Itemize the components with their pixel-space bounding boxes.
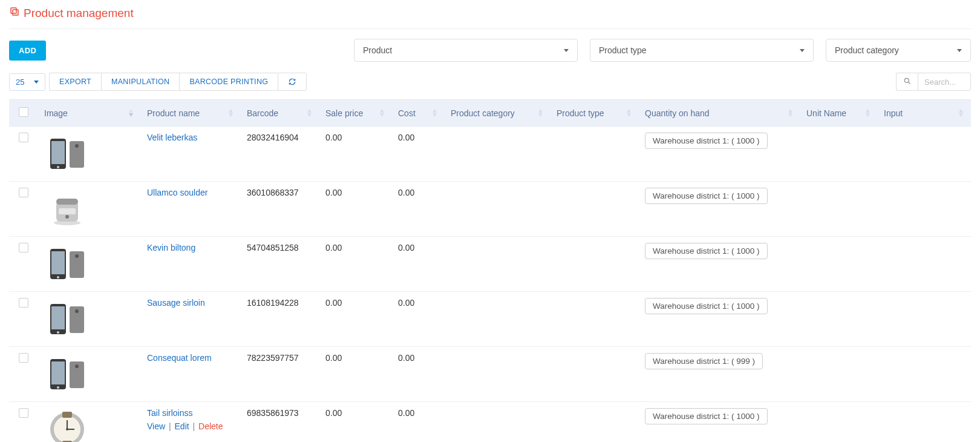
cell-type bbox=[550, 182, 639, 237]
page-size-value: 25 bbox=[16, 78, 24, 87]
table-row: Velit leberkas 28032416904 0.00 0.00 War… bbox=[9, 127, 971, 182]
product-image[interactable] bbox=[44, 243, 90, 285]
barcode-printing-button[interactable]: BARCODE PRINTING bbox=[179, 73, 278, 91]
row-checkbox[interactable] bbox=[19, 298, 28, 308]
action-button-group: EXPORT MANIPULATION BARCODE PRINTING bbox=[49, 73, 307, 91]
filter-product-label: Product bbox=[363, 45, 392, 55]
cell-cost: 0.00 bbox=[392, 182, 445, 237]
caret-down-icon bbox=[34, 81, 39, 84]
cell-barcode: 28032416904 bbox=[241, 127, 319, 182]
col-sale-price[interactable]: Sale price bbox=[319, 100, 392, 127]
search-wrap bbox=[896, 73, 971, 91]
cell-unit bbox=[800, 182, 878, 237]
filter-type-label: Product type bbox=[599, 45, 647, 55]
cell-type bbox=[550, 237, 639, 292]
col-category[interactable]: Product category bbox=[445, 100, 550, 127]
cell-unit bbox=[800, 292, 878, 347]
row-actions: View | Edit | Delete bbox=[147, 421, 235, 431]
product-name-link[interactable]: Tail sirloinss bbox=[147, 408, 192, 418]
qty-badge[interactable]: Warehouse district 1: ( 1000 ) bbox=[645, 133, 768, 149]
product-name-link[interactable]: Kevin biltong bbox=[147, 243, 195, 252]
cell-type bbox=[550, 402, 639, 443]
cell-barcode: 54704851258 bbox=[241, 237, 319, 292]
row-checkbox[interactable] bbox=[19, 243, 28, 252]
refresh-button[interactable] bbox=[278, 73, 307, 91]
product-image[interactable] bbox=[44, 133, 90, 175]
cell-barcode: 16108194228 bbox=[241, 292, 319, 347]
row-checkbox[interactable] bbox=[19, 408, 28, 418]
product-name-link[interactable]: Consequat lorem bbox=[147, 353, 212, 363]
cell-category bbox=[445, 292, 550, 347]
sort-icon bbox=[380, 109, 386, 117]
product-image[interactable] bbox=[44, 353, 90, 395]
cell-cost: 0.00 bbox=[392, 292, 445, 347]
search-input[interactable] bbox=[918, 73, 971, 91]
svg-line-20 bbox=[908, 82, 910, 84]
table-row: Ullamco soulder 36010868337 0.00 0.00 Wa… bbox=[9, 182, 971, 237]
product-image[interactable] bbox=[44, 188, 90, 230]
caret-down-icon bbox=[957, 49, 962, 52]
cell-cost: 0.00 bbox=[392, 347, 445, 402]
row-view-link[interactable]: View bbox=[147, 421, 165, 431]
product-image[interactable] bbox=[44, 298, 90, 340]
cell-category bbox=[445, 182, 550, 237]
col-type[interactable]: Product type bbox=[550, 100, 639, 127]
svg-rect-18 bbox=[11, 8, 16, 13]
cell-cost: 0.00 bbox=[392, 402, 445, 443]
col-price-label: Sale price bbox=[325, 108, 363, 118]
col-select-all bbox=[9, 100, 38, 127]
qty-badge[interactable]: Warehouse district 1: ( 1000 ) bbox=[645, 298, 768, 314]
page-size-select[interactable]: 25 bbox=[9, 73, 45, 91]
col-input[interactable]: Input bbox=[878, 100, 971, 127]
sort-icon bbox=[866, 109, 872, 117]
svg-rect-17 bbox=[13, 10, 18, 15]
filter-product-type[interactable]: Product type bbox=[590, 39, 814, 62]
search-button[interactable] bbox=[896, 73, 918, 91]
cell-type bbox=[550, 347, 639, 402]
add-button[interactable]: ADD bbox=[9, 41, 46, 61]
filter-product[interactable]: Product bbox=[354, 39, 578, 62]
cell-input bbox=[878, 292, 971, 347]
col-image-label: Image bbox=[44, 108, 68, 118]
sort-icon bbox=[538, 109, 544, 117]
sort-icon bbox=[627, 109, 633, 117]
qty-badge[interactable]: Warehouse district 1: ( 1000 ) bbox=[645, 243, 768, 259]
product-name-link[interactable]: Ullamco soulder bbox=[147, 188, 207, 197]
sort-icon bbox=[959, 109, 965, 117]
cell-input bbox=[878, 347, 971, 402]
manipulation-button[interactable]: MANIPULATION bbox=[101, 73, 179, 91]
cell-sale-price: 0.00 bbox=[319, 237, 392, 292]
col-barcode[interactable]: Barcode bbox=[241, 100, 319, 127]
col-product-name[interactable]: Product name bbox=[141, 100, 241, 127]
qty-badge[interactable]: Warehouse district 1: ( 1000 ) bbox=[645, 408, 768, 424]
row-checkbox[interactable] bbox=[19, 353, 28, 363]
product-name-link[interactable]: Velit leberkas bbox=[147, 133, 197, 142]
col-unit[interactable]: Unit Name bbox=[800, 100, 878, 127]
table-row: Kevin biltong 54704851258 0.00 0.00 Ware… bbox=[9, 237, 971, 292]
cell-sale-price: 0.00 bbox=[319, 127, 392, 182]
row-delete-link[interactable]: Delete bbox=[198, 421, 223, 431]
product-image[interactable] bbox=[44, 408, 90, 442]
col-cost[interactable]: Cost bbox=[392, 100, 445, 127]
product-name-link[interactable]: Sausage sirloin bbox=[147, 298, 205, 308]
svg-point-19 bbox=[904, 78, 909, 82]
sort-icon bbox=[307, 109, 313, 117]
table-row: Tail sirloinss View | Edit | Delete 6983… bbox=[9, 402, 971, 443]
refresh-icon bbox=[288, 78, 296, 86]
col-qty[interactable]: Quantity on hand bbox=[639, 100, 800, 127]
filter-product-category[interactable]: Product category bbox=[826, 39, 971, 62]
export-button[interactable]: EXPORT bbox=[49, 73, 101, 91]
col-image[interactable]: Image bbox=[38, 100, 141, 127]
row-checkbox[interactable] bbox=[19, 188, 28, 197]
caret-down-icon bbox=[800, 49, 805, 52]
select-all-checkbox[interactable] bbox=[19, 107, 28, 117]
cell-sale-price: 0.00 bbox=[319, 182, 392, 237]
cell-type bbox=[550, 292, 639, 347]
row-checkbox[interactable] bbox=[19, 133, 28, 142]
sort-icon bbox=[788, 109, 794, 117]
cell-barcode: 78223597757 bbox=[241, 347, 319, 402]
qty-badge[interactable]: Warehouse district 1: ( 999 ) bbox=[645, 353, 763, 369]
page-title: Product management bbox=[9, 6, 971, 29]
qty-badge[interactable]: Warehouse district 1: ( 1000 ) bbox=[645, 188, 768, 204]
row-edit-link[interactable]: Edit bbox=[175, 421, 189, 431]
